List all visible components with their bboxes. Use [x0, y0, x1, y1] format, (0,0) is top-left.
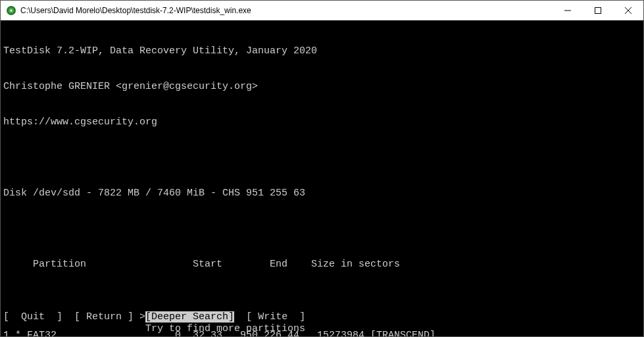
- deeper-search-menu-item[interactable]: [Deeper Search]: [145, 311, 234, 323]
- return-menu-item[interactable]: [ Return ]: [74, 311, 134, 323]
- window-title: C:\Users\David Morelo\Desktop\testdisk-7…: [20, 6, 553, 15]
- quit-menu-item[interactable]: [ Quit ]: [3, 311, 62, 323]
- window-controls: [553, 1, 643, 20]
- svg-point-2: [11, 9, 12, 11]
- console-area[interactable]: TestDisk 7.2-WIP, Data Recovery Utility,…: [1, 20, 643, 336]
- close-button[interactable]: [613, 1, 643, 20]
- menu-row: [ Quit ] [ Return ] >[Deeper Search] [ W…: [3, 311, 641, 323]
- svg-rect-4: [595, 7, 601, 13]
- maximize-button[interactable]: [583, 1, 613, 20]
- menu-hint: Try to find more partitions: [3, 323, 641, 335]
- app-window: C:\Users\David Morelo\Desktop\testdisk-7…: [0, 0, 644, 337]
- disk-info: Disk /dev/sdd - 7822 MB / 7460 MiB - CHS…: [3, 188, 641, 199]
- header-line-2: Christophe GRENIER <grenier@cgsecurity.o…: [3, 81, 641, 93]
- write-menu-item[interactable]: [ Write ]: [246, 311, 305, 323]
- blank-line: [3, 294, 641, 306]
- partition-table-header: Partition Start End Size in sectors: [3, 259, 641, 271]
- titlebar: C:\Users\David Morelo\Desktop\testdisk-7…: [1, 1, 643, 20]
- header-line-1: TestDisk 7.2-WIP, Data Recovery Utility,…: [3, 45, 641, 57]
- minimize-button[interactable]: [553, 1, 583, 20]
- header-line-3: https://www.cgsecurity.org: [3, 117, 641, 128]
- blank-line: [3, 223, 641, 235]
- menu-cursor: >: [139, 311, 145, 323]
- app-icon: [6, 5, 16, 16]
- blank-line: [3, 152, 641, 164]
